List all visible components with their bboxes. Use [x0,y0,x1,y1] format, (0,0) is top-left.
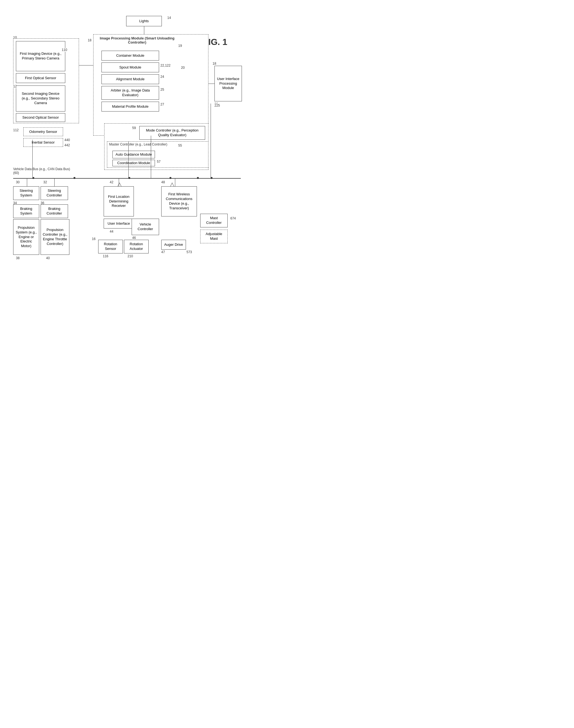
second-optical-box: Second Optical Sensor [16,113,65,122]
ref-14: 14 [167,16,171,20]
master-controller-label: Master Controller (e.g., Lead Controller… [109,142,169,146]
ref-44: 44 [110,230,113,233]
ref-225: 225 [214,103,220,107]
mode-controller-box: Mode Controller (e.g., Perception Qualit… [139,126,205,140]
first-optical-box: First Optical Sensor [16,73,65,83]
steering-system-box: Steering System [13,186,39,200]
ref-12: 12 [13,84,17,88]
ref-20: 20 [181,66,184,70]
ref-46: 46 [132,236,136,240]
ref-674: 674 [230,217,236,220]
ref-24: 24 [160,75,164,79]
image-processing-outer [93,34,208,136]
ref-55: 55 [178,144,182,147]
ref-59: 59 [132,126,136,130]
propulsion-controller-box: Propulsion Controller (e.g., Engine Thro… [41,219,69,255]
inertial-box: Inertial Sensor [23,138,63,147]
ref-442: 442 [65,143,70,147]
first-wireless-box: First Wireless Communications Device (e.… [161,186,197,217]
braking-controller-box: Braking Controller [41,204,68,218]
rotation-sensor-box: Rotation Sensor [98,240,123,254]
vehicle-controller-box: Vehicle Controller [132,219,159,235]
ref-18a: 18 [88,38,91,42]
image-processing-title: Image Processing Module (Smart Unloading… [99,36,175,44]
ref-19: 19 [178,44,182,48]
auger-drive-box: Auger Drive [161,240,186,249]
propulsion-system-box: Propulsion System (e.g., Engine or Elect… [13,219,39,255]
coordination-box: Coordination Module [113,160,155,166]
user-interface-box: User Interface [104,219,134,229]
ref-25: 25 [160,88,164,92]
ref-18b: 18 [212,62,216,65]
braking-system-box: Braking System [13,204,39,218]
arbiter-box: Arbiter (e.g., Image Data Evaluator) [101,86,159,100]
ref-48: 48 [161,180,165,184]
first-imaging-box: First Imaging Device (e.g., Primary Ster… [16,41,65,71]
ref-30: 30 [16,180,19,184]
ref-116: 116 [103,254,108,258]
ref-32: 32 [43,180,47,184]
second-imaging-box: Second Imaging Device (e.g., Secondary S… [16,86,65,111]
ref-573: 573 [187,250,192,254]
ref-16: 16 [92,237,95,241]
auto-guidance-box: Auto Guidance Module [113,151,155,158]
ref-210: 210 [127,254,133,258]
rotation-actuator-box: Rotation Actuator [124,240,149,254]
diagram: FIG. 1 10 Lights 14 18 Image Processing … [5,5,241,296]
ref-440: 440 [65,138,70,142]
container-module-box: Container Module [101,51,159,60]
lights-box: Lights [126,16,162,26]
ui-processing-box: User Interface Processing Module [214,66,242,101]
ref-47: 47 [161,250,165,254]
ref-27: 27 [160,102,164,106]
ref-42: 42 [110,180,113,184]
ref-110: 110 [62,48,67,52]
ref-22: 22,122 [160,63,171,67]
spout-module-box: Spout Module [101,62,159,72]
alignment-module-box: Alignment Module [101,74,159,84]
steering-controller-box: Steering Controller [41,186,68,200]
ref-57: 57 [157,160,160,164]
odometry-box: Odometry Sensor [23,127,63,136]
adjustable-mast-box: Adjustable Mast [200,230,228,243]
mast-controller-box: Mast Controller [200,214,228,227]
ref-40: 40 [46,256,50,260]
vehicle-data-bus-label: Vehicle Data Bus (e.g., CAN Data Bus) (6… [13,167,76,175]
ref-112: 112 [13,128,18,132]
material-profile-box: Material Profile Module [101,102,159,111]
first-location-box: First Location Determining Receiver [104,186,134,217]
ref-38: 38 [16,256,19,260]
